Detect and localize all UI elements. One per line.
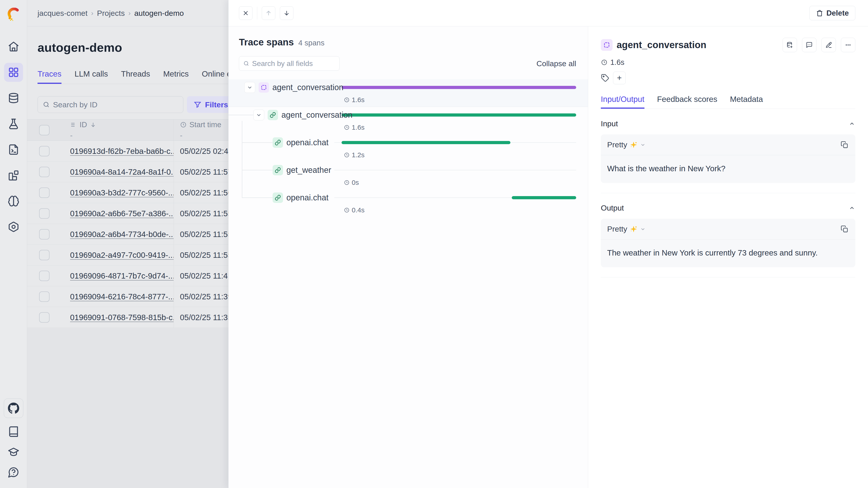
span-search-input[interactable] <box>252 59 335 68</box>
section-divider <box>601 193 855 193</box>
trace-id-link[interactable]: 01969091-0768-7598-815b-c... <box>70 313 174 322</box>
column-header-id[interactable]: ID <box>70 121 96 129</box>
row-checkbox[interactable] <box>39 271 50 281</box>
trace-id-link[interactable]: 01969096-4871-7b7c-9d74-... <box>70 271 174 280</box>
format-select[interactable]: Pretty <box>607 140 646 149</box>
prev-trace-button[interactable] <box>262 6 275 20</box>
trace-icon <box>601 39 613 51</box>
row-checkbox[interactable] <box>39 167 50 177</box>
span-row[interactable]: agent_conversation 1.6s <box>228 107 588 134</box>
github-button[interactable] <box>4 398 23 418</box>
delete-button[interactable]: Delete <box>809 6 855 20</box>
format-select[interactable]: Pretty <box>607 225 646 233</box>
trace-id-link[interactable]: 019690a2-a497-7c00-9419-... <box>70 251 174 259</box>
row-checkbox[interactable] <box>39 208 50 219</box>
row-checkbox[interactable] <box>39 146 50 156</box>
more-actions-button[interactable] <box>841 38 855 52</box>
trace-drawer: Delete Trace spans 4 spans Collapse all <box>228 0 868 488</box>
trace-id-link[interactable]: 019690a2-a6b6-75e7-a386-... <box>70 209 174 218</box>
duration-bar <box>342 141 510 144</box>
sidebar-item-datasets[interactable] <box>4 89 23 107</box>
sparkles-icon <box>630 225 637 233</box>
sidebar-item-projects[interactable] <box>4 63 23 82</box>
tab-metadata[interactable]: Metadata <box>730 95 763 109</box>
span-name: get_weather <box>286 165 331 175</box>
tab-traces[interactable]: Traces <box>37 69 61 84</box>
add-tag-button[interactable]: + <box>613 72 626 84</box>
help-bubble-icon <box>8 466 20 478</box>
details-tabs: Input/Output Feedback scores Metadata <box>601 95 855 109</box>
sidebar-item-home[interactable] <box>4 37 23 56</box>
clock-icon <box>344 152 350 158</box>
database-plus-icon <box>786 41 793 48</box>
tab-input-output[interactable]: Input/Output <box>601 95 645 109</box>
row-checkbox[interactable] <box>39 291 50 302</box>
pen-icon <box>825 41 832 48</box>
span-row[interactable]: agent_conversation 1.6s <box>228 79 588 107</box>
span-details-panel: agent_conversation 1.6s + <box>588 26 868 488</box>
sidebar-item-ai-models[interactable] <box>4 192 23 210</box>
collapse-span-button[interactable] <box>244 82 255 93</box>
sidebar-item-experiments[interactable] <box>4 114 23 133</box>
tab-metrics[interactable]: Metrics <box>163 69 189 84</box>
sort-desc-icon <box>90 121 96 128</box>
collapse-section-icon[interactable] <box>848 205 855 212</box>
rows-icon <box>70 121 77 128</box>
select-all-checkbox[interactable] <box>39 125 50 135</box>
sidebar-item-configuration[interactable] <box>4 217 23 236</box>
book-icon <box>8 426 20 437</box>
sparkles-icon <box>630 141 637 149</box>
comet-logo-icon[interactable] <box>7 8 20 22</box>
duration-bar <box>342 113 576 117</box>
trace-id-link[interactable]: 0196913d-f62b-7eba-ba6b-c... <box>70 147 174 156</box>
row-checkbox[interactable] <box>39 250 50 260</box>
search-input[interactable] <box>53 100 178 109</box>
span-row[interactable]: get_weather 0s <box>228 162 588 190</box>
tab-llm-calls[interactable]: LLM calls <box>74 69 108 84</box>
trace-id-link[interactable]: 019690a4-8a14-72a4-8a1f-0... <box>70 167 174 176</box>
span-row[interactable]: openai.chat 1.2s <box>228 134 588 162</box>
span-duration: 1.6s <box>344 124 365 131</box>
collapse-section-icon[interactable] <box>848 121 855 127</box>
breadcrumb-workspace[interactable]: jacques-comet <box>37 9 88 18</box>
chevron-right-icon: › <box>91 9 93 17</box>
app-root: jacques-comet › Projects › autogen-demo … <box>0 0 868 488</box>
help-button[interactable] <box>8 466 20 479</box>
sidebar-item-prompts[interactable] <box>4 140 23 159</box>
drawer-topbar: Delete <box>228 0 868 26</box>
copy-input-button[interactable] <box>840 140 849 149</box>
output-section-label: Output <box>601 203 624 213</box>
trace-id-link[interactable]: 019690a2-a6b4-7734-b0de-... <box>70 230 174 238</box>
search-icon <box>43 101 50 108</box>
trace-id-link[interactable]: 019690a3-b3d2-777c-9560-... <box>70 188 174 197</box>
collapse-span-button[interactable] <box>253 109 264 121</box>
quickstart-button[interactable] <box>8 446 20 459</box>
span-duration: 1.2s <box>344 151 365 159</box>
row-checkbox[interactable] <box>39 229 50 239</box>
column-header-start-time[interactable]: Start time <box>180 121 221 129</box>
span-search <box>239 56 340 71</box>
span-tree: agent_conversation 1.6s agent_conversati… <box>228 79 588 217</box>
graduation-cap-icon <box>8 446 20 458</box>
span-row[interactable]: openai.chat 0.4s <box>228 190 588 217</box>
collapse-all-button[interactable]: Collapse all <box>536 59 576 68</box>
close-button[interactable] <box>239 6 252 20</box>
next-trace-button[interactable] <box>280 6 293 20</box>
breadcrumb-projects[interactable]: Projects <box>97 9 125 18</box>
comment-button[interactable] <box>802 38 816 52</box>
copy-output-button[interactable] <box>840 225 849 234</box>
edit-button[interactable] <box>822 38 836 52</box>
trace-id-link[interactable]: 01969094-6216-78c4-8777-... <box>70 292 174 301</box>
chevron-down-icon <box>256 112 261 118</box>
add-to-dataset-button[interactable] <box>782 38 797 52</box>
span-count: 4 spans <box>298 39 324 47</box>
docs-button[interactable] <box>8 426 20 438</box>
row-checkbox[interactable] <box>39 188 50 198</box>
tab-feedback-scores[interactable]: Feedback scores <box>657 95 717 109</box>
span-duration: 0s <box>344 179 359 186</box>
github-icon <box>8 402 20 414</box>
row-checkbox[interactable] <box>39 312 50 323</box>
sidebar-nav <box>4 37 23 236</box>
sidebar-item-playground[interactable] <box>4 166 23 185</box>
tab-threads[interactable]: Threads <box>121 69 150 84</box>
